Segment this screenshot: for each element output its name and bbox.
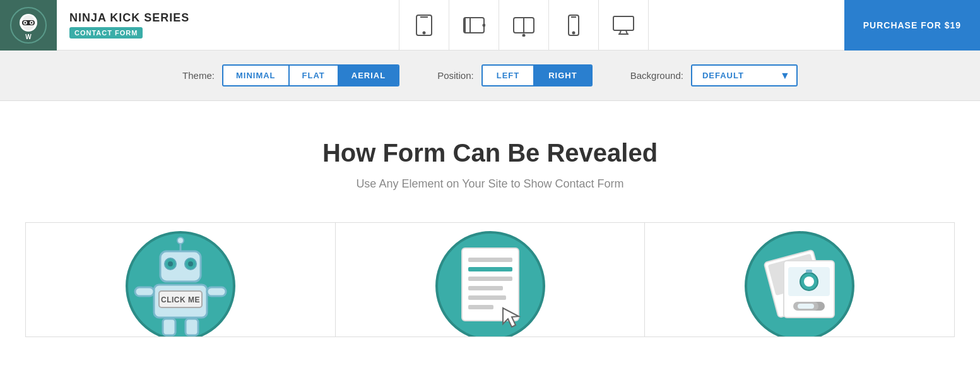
logo[interactable]: W (0, 0, 57, 51)
theme-aerial-button[interactable]: AERIAL (339, 66, 398, 85)
card-click-me[interactable]: CLICK ME (25, 223, 335, 337)
controls-bar: Theme: MINIMAL FLAT AERIAL Position: LEF… (0, 51, 980, 101)
svg-point-7 (31, 21, 33, 23)
theme-buttons: MINIMAL FLAT AERIAL (222, 64, 399, 86)
svg-rect-57 (806, 270, 812, 273)
svg-rect-44 (468, 267, 512, 271)
theme-minimal-button[interactable]: MINIMAL (223, 66, 290, 85)
theme-control: Theme: MINIMAL FLAT AERIAL (182, 64, 399, 86)
theme-label: Theme: (182, 70, 215, 81)
device-tablet-landscape[interactable] (449, 0, 499, 51)
card-document[interactable] (335, 223, 645, 337)
brand-info: NINJA KICK SERIES CONTACT FORM (57, 11, 202, 39)
svg-text:W: W (25, 33, 32, 40)
card-images-inner (645, 223, 954, 336)
brand-badge: CONTACT FORM (69, 27, 143, 39)
device-tablet-portrait[interactable] (399, 0, 449, 51)
svg-rect-39 (135, 287, 154, 296)
device-toolbar (202, 0, 844, 51)
device-desktop[interactable] (598, 0, 649, 51)
robot-illustration: CLICK ME (117, 223, 244, 337)
brand-title: NINJA KICK SERIES (69, 11, 189, 25)
theme-flat-button[interactable]: FLAT (290, 66, 339, 85)
purchase-button[interactable]: PURCHASE FOR $19 (844, 0, 980, 51)
svg-point-6 (25, 21, 27, 23)
svg-rect-45 (468, 277, 512, 281)
images-illustration (736, 223, 863, 337)
position-label: Position: (437, 70, 474, 81)
position-right-button[interactable]: RIGHT (534, 66, 591, 85)
card-document-inner (336, 223, 645, 336)
svg-text:CLICK ME: CLICK ME (161, 295, 200, 304)
svg-rect-60 (798, 304, 814, 309)
svg-rect-13 (465, 18, 470, 33)
svg-point-10 (423, 32, 425, 33)
card-images[interactable] (644, 223, 955, 337)
svg-rect-48 (468, 305, 493, 309)
position-buttons: LEFT RIGHT (481, 64, 593, 86)
svg-point-31 (188, 261, 193, 266)
document-illustration (427, 223, 553, 337)
background-label: Background: (630, 70, 683, 81)
position-left-button[interactable]: LEFT (483, 66, 535, 85)
svg-point-33 (177, 237, 184, 244)
svg-point-17 (522, 34, 524, 36)
background-select-wrapper: DEFAULT LIGHT DARK TRANSPARENT ▼ (691, 64, 798, 86)
svg-rect-46 (468, 286, 503, 290)
svg-point-19 (572, 32, 574, 33)
main-heading: How Form Can Be Revealed (25, 139, 955, 167)
main-subheading: Use Any Element on Your Site to Show Con… (25, 177, 955, 191)
svg-rect-40 (207, 287, 226, 296)
svg-point-30 (168, 261, 173, 266)
svg-rect-38 (186, 319, 198, 335)
background-control: Background: DEFAULT LIGHT DARK TRANSPARE… (630, 64, 798, 86)
position-control: Position: LEFT RIGHT (437, 64, 593, 86)
device-split-view[interactable] (499, 0, 549, 51)
card-click-me-inner: CLICK ME (26, 223, 335, 336)
device-mobile[interactable] (548, 0, 599, 51)
logo-icon: W (9, 6, 47, 44)
svg-rect-21 (613, 16, 634, 30)
svg-rect-12 (464, 18, 484, 33)
background-select[interactable]: DEFAULT LIGHT DARK TRANSPARENT (692, 66, 796, 85)
svg-rect-37 (163, 319, 175, 335)
header: W NINJA KICK SERIES CONTACT FORM (0, 0, 980, 51)
svg-rect-43 (468, 258, 512, 262)
svg-rect-47 (468, 295, 506, 300)
main-content: How Form Can Be Revealed Use Any Element… (0, 101, 980, 337)
cards-row: CLICK ME (25, 222, 955, 337)
svg-point-14 (483, 24, 485, 26)
svg-point-56 (804, 277, 814, 287)
